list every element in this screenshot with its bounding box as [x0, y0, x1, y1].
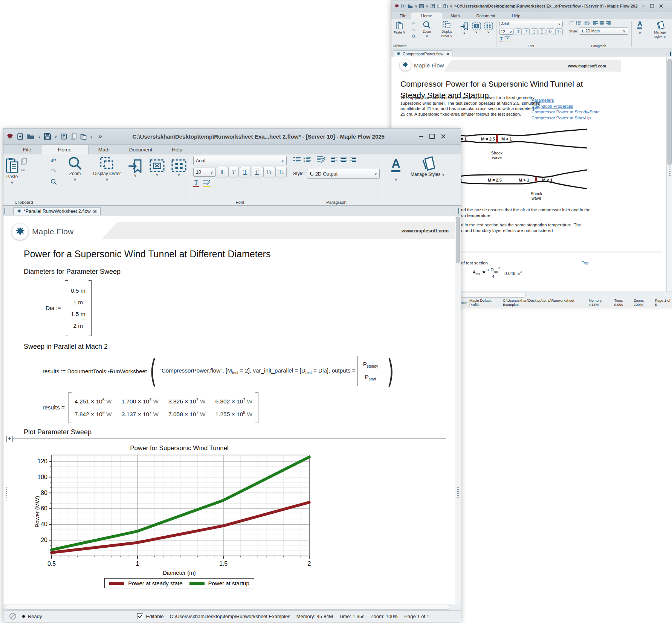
- open-dropdown-chevron-icon[interactable]: ∨: [415, 4, 417, 8]
- save-icon[interactable]: [419, 4, 424, 8]
- front-document[interactable]: www.maplesoft.com Maple Flow Power for a…: [3, 215, 461, 604]
- link-start-up[interactable]: Compressor Power at Start-Up: [531, 115, 600, 121]
- back-display-order-group[interactable]: Display Order ∨: [436, 19, 458, 49]
- font-size-select[interactable]: 12∨: [499, 29, 514, 35]
- clear-selection-icon[interactable]: [149, 159, 165, 173]
- back-menu-help[interactable]: Help: [504, 12, 529, 19]
- save-dropdown-chevron-icon[interactable]: ∨: [426, 4, 428, 8]
- undo-icon[interactable]: ↶: [412, 21, 415, 26]
- link-parameters[interactable]: Parameters: [531, 98, 600, 104]
- copy-icon[interactable]: [437, 4, 441, 8]
- select-grid-icon[interactable]: [484, 22, 493, 30]
- front-menu-help[interactable]: Help: [162, 145, 192, 154]
- atest-formula[interactable]: Atest := π·Dtest2 4 = 0.049 m2: [473, 267, 522, 279]
- display-order-icon[interactable]: [442, 21, 452, 29]
- font-family-select[interactable]: Arial∨: [499, 21, 563, 27]
- paste-clipboard-icon[interactable]: [396, 21, 403, 29]
- align-left-icon[interactable]: [593, 21, 598, 25]
- numbered-list-icon[interactable]: [303, 156, 312, 162]
- font-size-select[interactable]: 10∨: [193, 168, 216, 177]
- open-file-icon[interactable]: [408, 4, 413, 8]
- manage-styles-icon[interactable]: [420, 156, 435, 171]
- underline-color-button[interactable]: T: [499, 36, 504, 41]
- front-menu-home[interactable]: Home: [41, 145, 89, 154]
- align-right-icon[interactable]: [349, 156, 357, 162]
- paste-button[interactable]: Paste ∨: [394, 30, 405, 35]
- strikethrough-button[interactable]: T: [539, 28, 545, 35]
- highlighter-icon[interactable]: [504, 36, 510, 41]
- open-file-icon[interactable]: [27, 133, 35, 139]
- font-color-group[interactable]: A ∨: [384, 154, 408, 205]
- superscript-button[interactable]: T1: [547, 28, 554, 35]
- toolbar-overflow-icon[interactable]: »: [454, 3, 457, 9]
- left-splitter-handle[interactable]: [6, 487, 7, 502]
- link-steady-state[interactable]: Compressor Power at Steady-State: [531, 109, 600, 115]
- results-output[interactable]: results = 4.251 × 106 W 1.700 × 107 W 3.…: [43, 392, 446, 423]
- style-select[interactable]: C 2D Math∨: [579, 27, 628, 35]
- maximize-button[interactable]: [650, 4, 654, 8]
- paste-clipboard-icon[interactable]: [6, 157, 18, 173]
- zoom-icon[interactable]: [423, 21, 431, 29]
- paste-button[interactable]: Paste∨: [6, 174, 18, 185]
- front-menu-file[interactable]: File: [13, 145, 41, 154]
- back-manage-styles-group[interactable]: Manage Styles ∨: [648, 19, 672, 49]
- front-horizontal-scrollbar[interactable]: [3, 604, 461, 610]
- front-menu-math[interactable]: Math: [89, 145, 119, 154]
- zoom-reset-icon[interactable]: [412, 34, 416, 38]
- bold-button[interactable]: T: [515, 28, 522, 35]
- runworksheet-expression[interactable]: results := DocumentTools:-RunWorksheet (…: [43, 353, 446, 389]
- tab-close-icon[interactable]: [93, 209, 97, 213]
- redo-icon[interactable]: ↷: [50, 167, 57, 176]
- align-left-icon[interactable]: [330, 156, 338, 162]
- back-titlebar[interactable]: ∨ ∨ ∨ » C:\Users\skhan\Desktop\temp\Runw…: [391, 0, 672, 12]
- front-menu-document[interactable]: Document: [119, 145, 162, 154]
- save-icon[interactable]: [44, 133, 51, 140]
- superscript-button[interactable]: T1: [263, 167, 275, 177]
- underline-button[interactable]: T: [240, 167, 250, 177]
- insert-bookmark-icon[interactable]: [460, 22, 469, 31]
- insert-bookmark-icon[interactable]: [127, 159, 143, 173]
- front-vertical-scroll-thumb[interactable]: [456, 217, 460, 263]
- back-menu-document[interactable]: Document: [468, 12, 504, 19]
- minimize-button[interactable]: [419, 136, 423, 137]
- editable-checkbox[interactable]: [137, 613, 143, 619]
- tab-scroll-right-icon[interactable]: →: [5, 208, 11, 214]
- numbered-list-icon[interactable]: [576, 21, 582, 25]
- copy-icon[interactable]: [21, 158, 27, 165]
- maximize-button[interactable]: [429, 134, 435, 139]
- display-order-group[interactable]: Display Order ∨: [89, 154, 125, 205]
- bullet-list-icon[interactable]: [293, 156, 301, 162]
- underline-button[interactable]: T: [531, 28, 538, 35]
- paste-dropdown-chevron-icon[interactable]: ∨: [90, 134, 93, 139]
- highlighter-icon[interactable]: [203, 180, 211, 187]
- minimize-button[interactable]: [642, 6, 645, 7]
- paragraph-marks-icon[interactable]: [316, 156, 325, 163]
- align-center-icon[interactable]: [599, 21, 605, 25]
- paragraph-marks-icon[interactable]: [584, 21, 590, 25]
- back-menu-home[interactable]: Home: [411, 12, 442, 19]
- close-button[interactable]: [659, 4, 663, 8]
- paste-dropdown-chevron-icon[interactable]: ∨: [450, 4, 452, 8]
- dia-definition[interactable]: Dia := 0.5 m 1 m 1.5 m 2 m: [46, 280, 446, 336]
- zoom-group[interactable]: Zoom∨: [61, 154, 89, 205]
- undo-icon[interactable]: ↶: [50, 157, 57, 165]
- front-doc-tab[interactable]: *Parallel RunwWorksheet 2.flow: [13, 207, 101, 215]
- new-document-icon[interactable]: [17, 133, 23, 140]
- subscript-button[interactable]: T1: [555, 28, 563, 35]
- bullet-list-icon[interactable]: [569, 21, 575, 25]
- new-document-icon[interactable]: [401, 4, 406, 8]
- italic-button[interactable]: T: [523, 28, 530, 35]
- cut-icon[interactable]: ✂: [21, 167, 27, 174]
- paste-icon[interactable]: [443, 4, 448, 8]
- align-right-icon[interactable]: [606, 21, 611, 25]
- subscript-button[interactable]: T1: [275, 167, 287, 177]
- open-dropdown-chevron-icon[interactable]: ∨: [38, 134, 41, 139]
- redo-icon[interactable]: ↷: [412, 28, 415, 33]
- zoom-icon[interactable]: [68, 156, 82, 170]
- pane-splitter-handle[interactable]: [457, 487, 459, 499]
- align-center-icon[interactable]: [340, 156, 347, 162]
- zoom-reset-icon[interactable]: [50, 179, 57, 185]
- close-button[interactable]: [441, 134, 446, 139]
- font-color-button[interactable]: A: [637, 21, 642, 29]
- style-select[interactable]: C 2D Output∨: [307, 169, 380, 179]
